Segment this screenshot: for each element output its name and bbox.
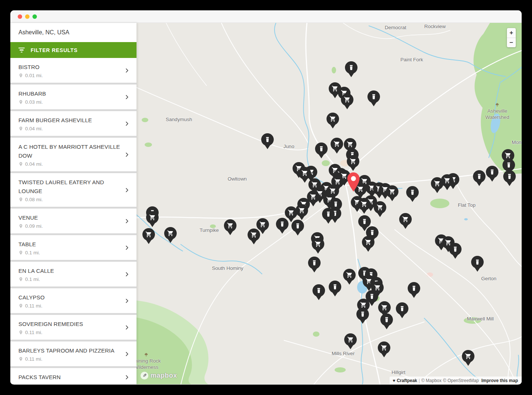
- minimize-window-button[interactable]: [25, 14, 30, 19]
- close-window-button[interactable]: [18, 14, 22, 19]
- cart-marker[interactable]: [378, 341, 390, 357]
- beer-glass-marker[interactable]: [276, 218, 289, 234]
- selected-location-pin[interactable]: [346, 172, 361, 193]
- map-label: Flat Top: [458, 202, 476, 208]
- cart-marker[interactable]: [374, 201, 386, 217]
- chevron-right-icon[interactable]: [124, 187, 130, 193]
- chevron-right-icon[interactable]: [124, 374, 130, 380]
- improve-this-map-link[interactable]: Improve this map: [481, 378, 518, 383]
- shopping-cart-icon: [310, 193, 317, 200]
- beer-glass-marker[interactable]: [367, 90, 380, 106]
- attribution-osm-link[interactable]: © OpenStreetMap: [443, 378, 479, 383]
- list-item[interactable]: BARLEYS TAPROOM AND PIZZERIA 0.11 mi.: [10, 341, 137, 366]
- beer-glass-marker[interactable]: [356, 308, 369, 324]
- list-item[interactable]: TWISTED LAUREL EATERY AND LOUNGE 0.08 mi…: [10, 173, 137, 207]
- beer-glass-marker[interactable]: [291, 220, 304, 236]
- list-item[interactable]: SOVEREIGN REMEDIES 0.11 mi.: [10, 315, 137, 340]
- list-item[interactable]: TABLE 0.1 mi.: [10, 235, 137, 260]
- beer-glass-marker[interactable]: [322, 208, 335, 224]
- cart-marker[interactable]: [347, 155, 359, 171]
- cart-marker[interactable]: [331, 138, 343, 154]
- shopping-cart-icon: [505, 152, 511, 159]
- shopping-cart-icon: [389, 188, 395, 195]
- cart-marker[interactable]: [341, 93, 353, 109]
- cart-marker[interactable]: [399, 213, 412, 229]
- cart-marker[interactable]: [312, 238, 324, 254]
- cart-marker[interactable]: [343, 269, 356, 285]
- cart-marker[interactable]: [142, 228, 155, 244]
- beer-glass-marker[interactable]: [396, 302, 408, 318]
- list-item[interactable]: CALYPSO 0.11 mi.: [10, 288, 137, 313]
- beer-glass-marker[interactable]: [345, 61, 357, 77]
- cart-marker[interactable]: [224, 219, 236, 235]
- venue-distance: 0.11 mi.: [25, 303, 42, 309]
- list-item[interactable]: A C HOTEL BY MARRIOTT ASHEVILLE DOW 0.04…: [10, 138, 137, 171]
- cart-marker[interactable]: [248, 229, 260, 244]
- venue-distance: 0.03 mi.: [25, 99, 43, 105]
- cart-marker[interactable]: [344, 333, 357, 349]
- cart-marker[interactable]: [296, 204, 308, 220]
- mapbox-logo[interactable]: mapbox: [140, 371, 177, 380]
- pint-glass-icon: [279, 221, 285, 227]
- beer-glass-marker[interactable]: [406, 186, 419, 202]
- location-pin-icon: [18, 126, 23, 131]
- beer-glass-marker[interactable]: [308, 257, 321, 272]
- cart-marker[interactable]: [146, 211, 159, 227]
- pint-glass-icon: [411, 285, 417, 291]
- list-item[interactable]: RHUBARB 0.03 mi.: [10, 85, 137, 109]
- cart-marker[interactable]: [431, 177, 443, 193]
- filter-results-button[interactable]: FILTER RESULTS: [10, 42, 137, 58]
- list-item[interactable]: EN LA CALLE 0.1 mi.: [10, 262, 137, 286]
- beer-glass-marker[interactable]: [471, 256, 484, 272]
- beer-glass-marker[interactable]: [503, 170, 516, 186]
- cart-marker[interactable]: [362, 236, 374, 252]
- chevron-right-icon[interactable]: [124, 245, 130, 251]
- zoom-in-button[interactable]: +: [507, 28, 516, 38]
- chevron-right-icon[interactable]: [124, 324, 130, 330]
- beer-glass-marker[interactable]: [315, 142, 328, 158]
- shopping-cart-icon: [347, 141, 353, 148]
- location-pin-icon: [18, 73, 23, 78]
- chevron-right-icon[interactable]: [124, 121, 130, 127]
- map-canvas[interactable]: DemocratRockviewPaint ForkSandymushJunoO…: [137, 23, 522, 384]
- map-label: Sandymush: [166, 117, 192, 122]
- beer-glass-marker[interactable]: [380, 313, 393, 329]
- search-input[interactable]: [18, 29, 128, 36]
- cart-marker[interactable]: [164, 227, 177, 243]
- map-label: Maxwell Mill: [467, 316, 494, 322]
- beer-glass-marker[interactable]: [449, 243, 462, 259]
- chevron-right-icon[interactable]: [124, 298, 130, 304]
- cart-marker[interactable]: [386, 185, 398, 201]
- beer-glass-marker[interactable]: [486, 166, 498, 182]
- shopping-cart-icon: [334, 141, 340, 147]
- pint-glass-icon: [265, 137, 270, 142]
- chevron-right-icon[interactable]: [124, 94, 130, 100]
- chevron-right-icon[interactable]: [124, 271, 130, 277]
- cart-marker[interactable]: [358, 198, 370, 214]
- beer-glass-marker[interactable]: [408, 282, 420, 298]
- list-item[interactable]: PACKS TAVERN: [10, 368, 137, 384]
- chevron-right-icon[interactable]: [124, 68, 130, 73]
- beer-glass-marker[interactable]: [473, 170, 486, 186]
- zoom-out-button[interactable]: −: [507, 38, 516, 47]
- pint-glass-icon: [476, 174, 482, 179]
- beer-glass-marker[interactable]: [329, 281, 341, 296]
- fullscreen-window-button[interactable]: [32, 14, 37, 19]
- list-item[interactable]: FARM BURGER ASHEVILLE 0.04 mi.: [10, 111, 137, 136]
- shopping-cart-icon: [346, 272, 353, 278]
- cart-marker[interactable]: [462, 350, 474, 366]
- chevron-right-icon[interactable]: [124, 218, 130, 224]
- location-pin-icon: [18, 197, 23, 202]
- location-pin-icon: [18, 303, 23, 308]
- list-item[interactable]: BISTRO 0.01 mi.: [10, 58, 137, 83]
- chevron-right-icon[interactable]: [124, 351, 130, 357]
- beer-glass-marker[interactable]: [312, 284, 325, 300]
- list-item[interactable]: VENUE 0.09 mi.: [10, 209, 137, 233]
- venue-name: VENUE: [18, 213, 120, 222]
- beer-glass-marker[interactable]: [261, 133, 274, 149]
- attribution-brand[interactable]: Craftpeak: [397, 378, 417, 383]
- map-area-label: Shining Rock Wilderness: [137, 353, 161, 370]
- attribution-mapbox-link[interactable]: © Mapbox: [421, 378, 442, 383]
- chevron-right-icon[interactable]: [124, 152, 130, 158]
- cart-marker[interactable]: [327, 113, 339, 128]
